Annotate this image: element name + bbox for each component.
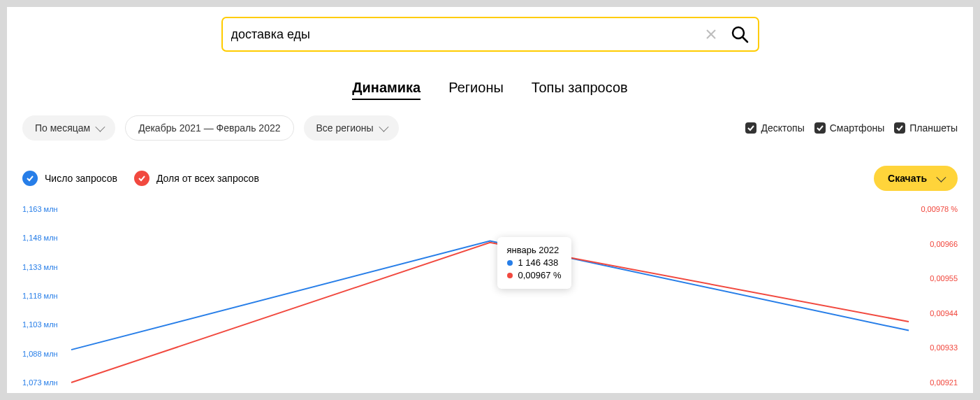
download-button[interactable]: Скачать (874, 166, 958, 191)
legend-share-label: Доля от всех запросов (156, 173, 259, 184)
download-label: Скачать (888, 173, 927, 184)
search-box (221, 17, 759, 52)
y-axis-right: 0,00978 %0,009660,009550,009440,009330,0… (916, 205, 958, 387)
device-smartphones-label: Смартфоны (830, 122, 885, 134)
date-range-select[interactable]: Декабрь 2021 — Февраль 2022 (125, 115, 293, 141)
device-tablets-label: Планшеты (909, 122, 958, 134)
device-desktops-toggle[interactable]: Десктопы (745, 122, 804, 134)
y-left-tick: 1,073 млн (22, 378, 64, 387)
chart-plot[interactable] (71, 209, 909, 383)
period-mode-label: По месяцам (35, 122, 90, 134)
y-left-tick: 1,163 млн (22, 205, 64, 213)
y-right-tick: 0,00933 (916, 343, 958, 352)
y-axis-left: 1,163 млн1,148 млн1,133 млн1,118 млн1,10… (22, 205, 64, 387)
tab-tops[interactable]: Топы запросов (532, 80, 628, 100)
y-left-tick: 1,118 млн (22, 292, 64, 300)
checkbox-checked-icon (814, 122, 826, 134)
y-right-tick: 0,00966 (916, 240, 958, 248)
period-mode-select[interactable]: По месяцам (22, 115, 115, 141)
y-right-tick: 0,00944 (916, 309, 958, 317)
legend-row: Число запросов Доля от всех запросов Ска… (7, 141, 973, 191)
y-left-tick: 1,088 млн (22, 350, 64, 358)
device-smartphones-toggle[interactable]: Смартфоны (814, 122, 885, 134)
search-icon[interactable] (730, 24, 749, 44)
tab-regions[interactable]: Регионы (448, 80, 504, 100)
legend-count-toggle[interactable]: Число запросов (22, 171, 117, 186)
y-left-tick: 1,133 млн (22, 263, 64, 271)
checkbox-checked-icon (745, 122, 756, 134)
chart-area: 1,163 млн1,148 млн1,133 млн1,118 млн1,10… (22, 205, 958, 387)
device-desktops-label: Десктопы (761, 122, 804, 134)
region-select[interactable]: Все регионы (304, 115, 399, 141)
legend-check-icon (22, 171, 38, 186)
chart-tooltip: январь 2022 1 146 438 0,00967 % (497, 237, 571, 290)
y-left-tick: 1,103 млн (22, 320, 64, 329)
tooltip-share: 0,00967 % (518, 269, 562, 282)
svg-line-3 (743, 37, 747, 42)
y-right-tick: 0,00921 (916, 378, 958, 387)
legend-count-label: Число запросов (45, 173, 117, 184)
checkbox-checked-icon (894, 122, 905, 134)
tooltip-count-row: 1 146 438 (507, 257, 562, 269)
controls-row: По месяцам Декабрь 2021 — Февраль 2022 В… (7, 100, 973, 141)
y-right-tick: 0,00955 (916, 274, 958, 283)
legend-check-icon (134, 171, 149, 186)
tooltip-title: январь 2022 (507, 244, 562, 257)
region-label: Все регионы (316, 122, 374, 134)
tooltip-share-row: 0,00967 % (507, 269, 562, 282)
date-range-label: Декабрь 2021 — Февраль 2022 (138, 122, 280, 134)
dot-icon (507, 273, 513, 278)
device-tablets-toggle[interactable]: Планшеты (894, 122, 958, 134)
clear-icon[interactable] (705, 28, 717, 41)
chart-series-line (71, 241, 909, 350)
chevron-down-icon (936, 173, 946, 183)
tabs: Динамика Регионы Топы запросов (7, 80, 973, 100)
chevron-down-icon (379, 122, 388, 132)
chart-series-line (71, 243, 909, 383)
tab-dynamics[interactable]: Динамика (352, 80, 420, 100)
chevron-down-icon (96, 122, 105, 132)
y-left-tick: 1,148 млн (22, 234, 64, 242)
tooltip-count: 1 146 438 (518, 257, 559, 269)
search-wrap (7, 17, 973, 52)
search-input[interactable] (231, 27, 705, 42)
page-root: Динамика Регионы Топы запросов По месяца… (7, 7, 973, 393)
legend-share-toggle[interactable]: Доля от всех запросов (134, 171, 259, 186)
y-right-tick: 0,00978 % (916, 205, 958, 213)
dot-icon (507, 260, 513, 266)
